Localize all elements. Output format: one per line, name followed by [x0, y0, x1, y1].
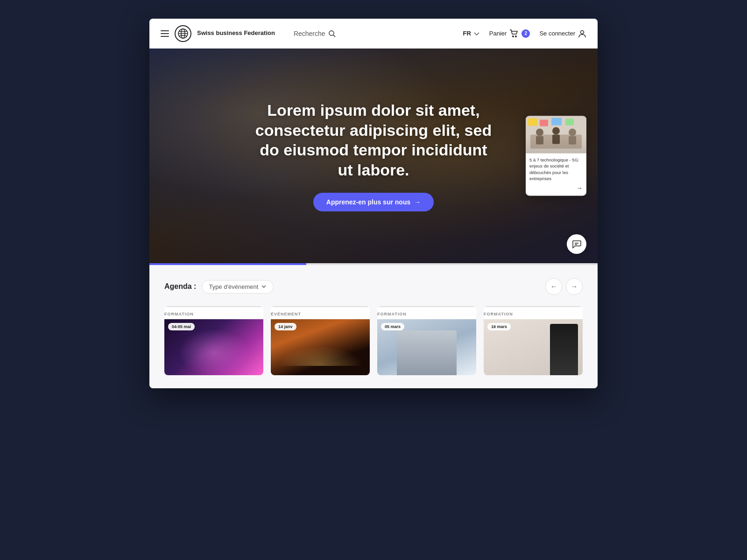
logo-icon — [175, 25, 191, 42]
svg-rect-16 — [528, 118, 537, 126]
svg-point-14 — [569, 128, 576, 136]
svg-rect-18 — [551, 118, 562, 125]
login-button[interactable]: Se connecter — [539, 29, 586, 38]
cart-badge: 2 — [521, 29, 530, 38]
svg-rect-9 — [530, 134, 582, 148]
event-card[interactable]: FORMATION 05 mars — [377, 306, 476, 375]
agenda-label: Agenda : — [164, 282, 196, 291]
card-date-badge: 16 mars — [487, 323, 511, 330]
svg-rect-11 — [536, 136, 543, 144]
agenda-section: Agenda : Type d'événement ← → FORMATION — [149, 265, 598, 388]
brand-name: Swiss business Federation — [197, 29, 275, 37]
search-icon — [328, 30, 336, 37]
login-label: Se connecter — [539, 30, 575, 37]
side-card-image — [526, 116, 586, 153]
svg-line-4 — [333, 35, 335, 37]
card-category: FORMATION — [164, 306, 263, 319]
card-image-wrap: 05 mars — [377, 319, 476, 375]
navbar: Swiss business Federation Recherche FR P… — [149, 19, 598, 49]
svg-rect-17 — [540, 119, 548, 126]
svg-point-3 — [329, 31, 334, 35]
event-card[interactable]: ÉVÉNEMENT 14 janv — [271, 306, 370, 375]
card-category: FORMATION — [377, 306, 476, 319]
hero-cta-button[interactable]: Apprenez-en plus sur nous → — [313, 193, 434, 211]
svg-rect-19 — [565, 119, 574, 125]
event-card[interactable]: FORMATION 16 mars — [484, 306, 583, 375]
side-card-body: 5 à 7 technologique - 5G: enjeux de soci… — [526, 153, 586, 196]
card-image-wrap: 14 janv — [271, 319, 370, 375]
cart-button[interactable]: Panier 2 — [489, 29, 530, 38]
side-card-arrow[interactable]: → — [529, 185, 583, 192]
navbar-right: FR Panier 2 Se connecter — [463, 29, 586, 38]
event-type-select[interactable]: Type d'événement — [202, 280, 274, 294]
svg-rect-15 — [569, 136, 576, 144]
hero-content: Lorem ipsum dolor sit amet, consectetur … — [243, 100, 504, 211]
svg-rect-13 — [552, 134, 560, 144]
lang-label: FR — [463, 30, 471, 37]
hero-side-card[interactable]: 5 à 7 technologique - 5G: enjeux de soci… — [526, 116, 586, 196]
card-date-badge: 04-05 mai — [168, 323, 195, 330]
hamburger-icon[interactable] — [161, 30, 169, 37]
hero-title: Lorem ipsum dolor sit amet, consectetur … — [252, 100, 495, 180]
browser-window: Swiss business Federation Recherche FR P… — [149, 19, 598, 388]
card-category: FORMATION — [484, 306, 583, 319]
user-icon — [578, 29, 586, 38]
svg-point-7 — [581, 30, 584, 34]
chevron-down-icon — [261, 284, 267, 289]
svg-point-12 — [552, 127, 560, 134]
card-image-wrap: 04-05 mai — [164, 319, 263, 375]
chat-icon — [571, 239, 582, 249]
chat-button[interactable] — [567, 234, 586, 254]
svg-point-5 — [513, 35, 514, 36]
card-image-wrap: 16 mars — [484, 319, 583, 375]
search-label: Recherche — [294, 30, 325, 37]
event-card[interactable]: FORMATION 04-05 mai — [164, 306, 263, 375]
language-selector[interactable]: FR — [463, 30, 479, 37]
arrow-icon: → — [414, 198, 421, 206]
svg-point-6 — [515, 35, 516, 36]
cards-grid: FORMATION 04-05 mai ÉVÉNEMENT 14 janv FO… — [164, 306, 583, 375]
prev-button[interactable]: ← — [545, 278, 562, 295]
cart-label: Panier — [489, 30, 507, 37]
agenda-nav: ← → — [545, 278, 583, 295]
card-category: ÉVÉNEMENT — [271, 306, 370, 319]
next-button[interactable]: → — [566, 278, 583, 295]
card-date-badge: 14 janv — [275, 323, 296, 330]
hero-section: Lorem ipsum dolor sit amet, consectetur … — [149, 49, 598, 263]
event-type-label: Type d'événement — [209, 283, 258, 290]
search-button[interactable]: Recherche — [294, 30, 336, 37]
side-card-text: 5 à 7 technologique - 5G: enjeux de soci… — [529, 157, 583, 182]
card-date-badge: 05 mars — [381, 323, 404, 330]
svg-point-10 — [536, 128, 543, 136]
agenda-header: Agenda : Type d'événement ← → — [164, 278, 583, 295]
navbar-left: Swiss business Federation — [161, 25, 275, 42]
cart-icon — [509, 29, 518, 38]
